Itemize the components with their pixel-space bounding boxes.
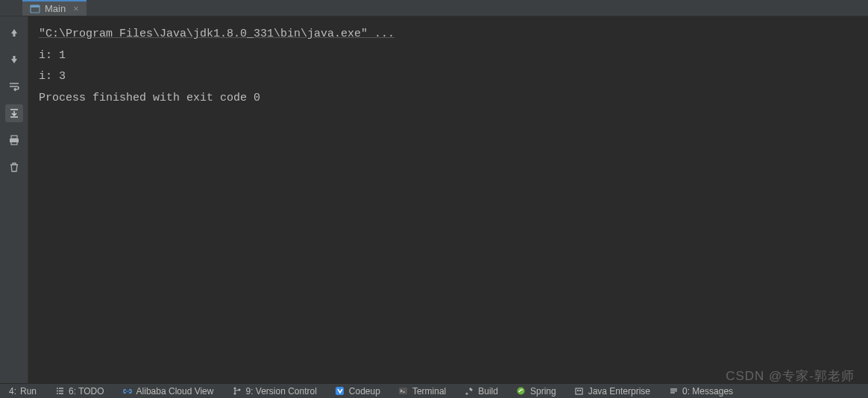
up-arrow-icon[interactable] bbox=[5, 24, 23, 42]
bottom-todo[interactable]: 6: TODO bbox=[45, 384, 113, 398]
svg-rect-8 bbox=[336, 387, 344, 395]
bottom-messages[interactable]: 0: Messages bbox=[659, 384, 742, 398]
run-toolbar bbox=[0, 16, 28, 383]
bottom-label: 6: TODO bbox=[69, 386, 104, 397]
bottom-terminal[interactable]: Terminal bbox=[389, 384, 455, 398]
svg-rect-14 bbox=[579, 390, 581, 391]
bottom-alibaba[interactable]: Alibaba Cloud View bbox=[113, 384, 223, 398]
close-icon[interactable]: × bbox=[73, 3, 79, 14]
terminal-icon bbox=[398, 386, 409, 397]
console-output[interactable]: "C:\Program Files\Java\jdk1.8.0_331\bin\… bbox=[28, 16, 868, 383]
codeup-icon bbox=[335, 386, 345, 397]
hammer-icon bbox=[464, 386, 474, 397]
svg-rect-9 bbox=[399, 388, 407, 394]
svg-point-6 bbox=[233, 393, 236, 395]
bottom-label: Run bbox=[20, 386, 37, 397]
bottom-build[interactable]: Build bbox=[455, 384, 507, 398]
run-config-icon bbox=[30, 4, 40, 14]
soft-wrap-icon[interactable] bbox=[5, 78, 23, 95]
tab-label: Main bbox=[45, 3, 66, 14]
bottom-label: Spring bbox=[530, 386, 556, 397]
console-line: i: 3 bbox=[39, 66, 858, 88]
java-ee-icon bbox=[574, 386, 585, 397]
bottom-label: Java Enterprise bbox=[588, 386, 650, 397]
bottom-tool-bar: 4: Run 6: TODO Alibaba Cloud View 9: Ver… bbox=[0, 383, 868, 398]
bottom-codeup[interactable]: Codeup bbox=[326, 384, 389, 398]
bottom-label: Terminal bbox=[412, 386, 446, 397]
bottom-spring[interactable]: Spring bbox=[507, 384, 565, 398]
alibaba-cloud-icon bbox=[122, 386, 133, 397]
bottom-run[interactable]: 4: Run bbox=[0, 384, 45, 398]
print-icon[interactable] bbox=[5, 131, 23, 149]
delete-icon[interactable] bbox=[5, 158, 23, 176]
bottom-label: Alibaba Cloud View bbox=[136, 386, 214, 397]
svg-rect-12 bbox=[576, 388, 582, 394]
bottom-java-enterprise[interactable]: Java Enterprise bbox=[565, 384, 659, 398]
console-line: i: 1 bbox=[39, 45, 858, 67]
svg-rect-2 bbox=[11, 136, 17, 139]
list-icon bbox=[54, 386, 65, 397]
console-line: Process finished with exit code 0 bbox=[39, 88, 858, 110]
bottom-label: 0: Messages bbox=[682, 386, 733, 397]
bottom-label: Codeup bbox=[349, 386, 380, 397]
svg-rect-13 bbox=[577, 390, 579, 391]
tab-main[interactable]: Main × bbox=[22, 0, 87, 16]
bottom-label: 9: Version Control bbox=[245, 386, 316, 397]
bottom-label: Build bbox=[478, 386, 498, 397]
svg-point-11 bbox=[518, 388, 525, 395]
console-command-line: "C:\Program Files\Java\jdk1.8.0_331\bin\… bbox=[39, 24, 858, 45]
branch-icon bbox=[231, 386, 242, 397]
bottom-version-control[interactable]: 9: Version Control bbox=[222, 384, 325, 398]
svg-rect-10 bbox=[465, 393, 468, 396]
svg-rect-1 bbox=[31, 5, 40, 7]
run-tabs-bar: Main × bbox=[0, 0, 868, 16]
down-arrow-icon[interactable] bbox=[5, 51, 23, 69]
scroll-to-end-icon[interactable] bbox=[5, 104, 23, 122]
svg-point-5 bbox=[233, 388, 236, 390]
run-prefix: 4: bbox=[9, 386, 16, 397]
spring-icon bbox=[516, 386, 526, 397]
messages-icon bbox=[668, 386, 679, 397]
